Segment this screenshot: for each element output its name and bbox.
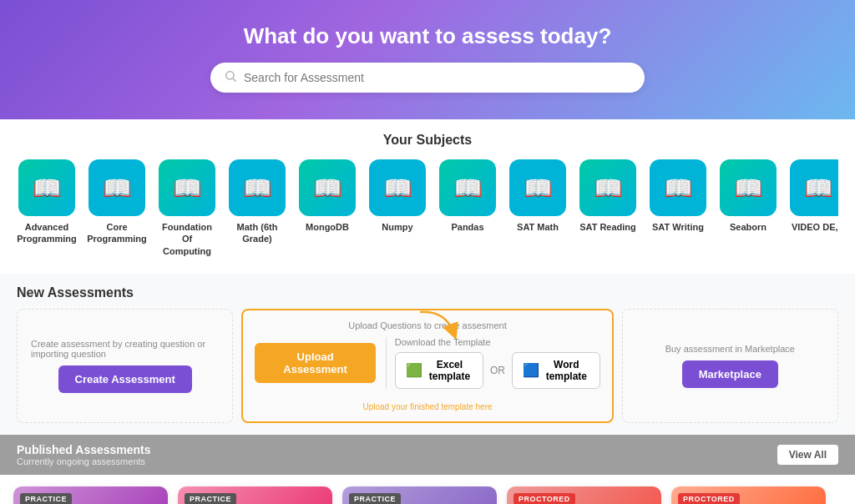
subject-icon: 📖 xyxy=(509,159,566,216)
or-text: OR xyxy=(490,365,505,376)
assessment-card[interactable]: PRACTICE 👩‍🏫 PRIVATE SAT Writing languag… xyxy=(178,486,332,504)
upload-assessment-button[interactable]: Upload Assessment xyxy=(255,343,375,383)
subject-name: Pandas xyxy=(451,221,483,233)
new-assessments-title: New Assessments xyxy=(17,285,838,300)
subject-item-foundation-of-computing[interactable]: 📖 Foundation Of Computing xyxy=(157,159,217,257)
subject-icon: 📖 xyxy=(229,159,286,216)
published-section: Published Assessments Currently ongoing … xyxy=(0,435,855,504)
subject-icon: 📖 xyxy=(439,159,496,216)
assessment-card[interactable]: PRACTICE 👩‍💻 PRIVATE SAT – Math Diagnost… xyxy=(342,486,497,504)
subject-item-sat-writing[interactable]: 📖 SAT Writing xyxy=(648,159,708,257)
subject-item-numpy[interactable]: 📖 Numpy xyxy=(367,159,428,257)
card-thumbnail: PROCTORED 💻 xyxy=(671,486,826,504)
arrow-annotation xyxy=(412,309,462,342)
marketplace-button[interactable]: Marketplace xyxy=(682,360,778,388)
svg-line-1 xyxy=(233,78,236,82)
card-badge: PROCTORED xyxy=(678,493,740,504)
search-input[interactable] xyxy=(244,71,631,84)
word-icon: 🟦 xyxy=(523,362,539,378)
subject-icon: 📖 xyxy=(89,159,145,216)
card-badge: PRACTICE xyxy=(20,493,72,504)
subject-name: MongoDB xyxy=(306,221,349,233)
subject-name: SAT Reading xyxy=(579,221,636,233)
subject-item-seaborn[interactable]: 📖 Seaborn xyxy=(718,159,778,257)
subject-item-video-de-o[interactable]: 📖 VIDEO DE,O xyxy=(788,159,838,257)
assessment-cards-row: PRACTICE 👩‍💻 PRIVATE SAT Diagnostic Test… xyxy=(0,475,855,504)
published-header-left: Published Assessments Currently ongoing … xyxy=(17,443,151,466)
svg-point-0 xyxy=(226,72,234,79)
subject-item-sat-math[interactable]: 📖 SAT Math xyxy=(508,159,568,257)
subject-item-math-6th-grade[interactable]: 📖 Math (6th Grade) xyxy=(227,159,287,257)
published-title: Published Assessments xyxy=(17,443,151,456)
card-badge: PROCTORED xyxy=(514,493,575,504)
subject-icon: 📖 xyxy=(720,159,777,216)
marketplace-col: Buy assessment in Marketplace Marketplac… xyxy=(622,309,838,423)
subject-item-mongodb[interactable]: 📖 MongoDB xyxy=(297,159,357,257)
subject-item-advanced-programming[interactable]: 📖 Advanced Programming xyxy=(17,159,77,257)
subject-icon: 📖 xyxy=(579,159,636,216)
subjects-list: 📖 Advanced Programming 📖 Core Programmin… xyxy=(17,159,838,260)
create-assessment-col: Create assessment by creating question o… xyxy=(17,309,233,423)
card-thumbnail: PROCTORED 🎉 xyxy=(507,486,661,504)
create-col-label: Create assessment by creating question o… xyxy=(31,339,219,359)
upload-download-row: Upload Assessment Download the Template … xyxy=(255,337,600,389)
word-template-button[interactable]: 🟦 Word template xyxy=(512,352,600,389)
published-subtitle: Currently ongoing assessments xyxy=(17,456,151,466)
header-section: What do you want to assess today? xyxy=(0,0,855,119)
page-title: What do you want to assess today? xyxy=(17,23,838,49)
subject-name: Foundation Of Computing xyxy=(157,221,217,257)
card-badge: PRACTICE xyxy=(185,493,236,504)
assessment-card[interactable]: PROCTORED 🎉 PRIVATE Proctored Attempts F… xyxy=(507,486,661,504)
subject-item-core-programming[interactable]: 📖 Core Programming xyxy=(87,159,147,257)
card-thumbnail: PRACTICE 👩‍💻 xyxy=(13,486,168,504)
create-assessment-button[interactable]: Create Assessment xyxy=(58,365,192,393)
upload-hint: Upload your finished template here xyxy=(362,402,492,411)
subject-item-pandas[interactable]: 📖 Pandas xyxy=(438,159,498,257)
published-header: Published Assessments Currently ongoing … xyxy=(0,435,855,475)
subject-icon: 📖 xyxy=(650,159,706,216)
subject-icon: 📖 xyxy=(790,159,838,216)
subject-name: Numpy xyxy=(382,221,412,233)
excel-icon: 🟩 xyxy=(406,362,422,378)
subjects-section: Your Subjects 📖 Advanced Programming 📖 C… xyxy=(0,119,855,274)
assessment-card[interactable]: PROCTORED 💻 PRIVATE Python Exit test Cor… xyxy=(671,486,826,504)
subject-icon: 📖 xyxy=(159,159,215,216)
upload-assessment-col: Upload Questions to create assesment Upl… xyxy=(241,309,613,423)
subject-name: VIDEO DE,O xyxy=(792,221,838,233)
assessment-card[interactable]: PRACTICE 👩‍💻 PRIVATE SAT Diagnostic Test… xyxy=(13,486,168,504)
subject-name: SAT Math xyxy=(517,221,559,233)
subject-icon: 📖 xyxy=(299,159,356,216)
card-badge: PRACTICE xyxy=(349,493,401,504)
view-all-button[interactable]: View All xyxy=(777,445,838,465)
subject-item-sat-reading[interactable]: 📖 SAT Reading xyxy=(578,159,638,257)
subject-name: Seaborn xyxy=(730,221,766,233)
subject-name: Advanced Programming xyxy=(17,221,77,245)
card-thumbnail: PRACTICE 👩‍🏫 xyxy=(178,486,332,504)
subject-icon: 📖 xyxy=(18,159,75,216)
subject-name: SAT Writing xyxy=(652,221,704,233)
subject-name: Core Programming xyxy=(87,221,147,245)
download-template-label: Download the Template 🟩 Excel template O… xyxy=(386,337,600,389)
new-assessments-grid: Create assessment by creating question o… xyxy=(17,309,838,423)
cards-container: PRACTICE 👩‍💻 PRIVATE SAT Diagnostic Test… xyxy=(0,475,855,504)
new-assessments-section: New Assessments Create assessment by cre… xyxy=(0,274,855,435)
excel-template-button[interactable]: 🟩 Excel template xyxy=(395,352,483,389)
marketplace-label: Buy assessment in Marketplace xyxy=(665,344,795,354)
card-thumbnail: PRACTICE 👩‍💻 xyxy=(342,486,497,504)
search-bar xyxy=(210,63,645,93)
subject-icon: 📖 xyxy=(369,159,426,216)
subjects-title: Your Subjects xyxy=(17,133,838,148)
template-buttons-row: 🟩 Excel template OR 🟦 Word template xyxy=(395,352,600,389)
search-icon xyxy=(224,69,237,86)
subject-name: Math (6th Grade) xyxy=(227,221,287,245)
